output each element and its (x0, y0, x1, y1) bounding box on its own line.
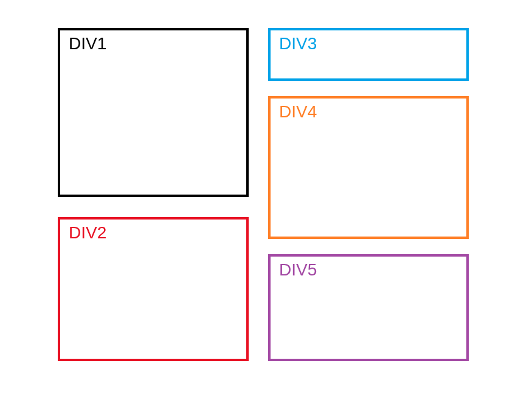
div1-box: DIV1 (58, 28, 249, 197)
div4-label: DIV4 (279, 102, 317, 121)
div3-label: DIV3 (279, 34, 317, 53)
div2-label: DIV2 (69, 223, 106, 242)
div5-box: DIV5 (268, 254, 469, 361)
div4-box: DIV4 (268, 96, 469, 239)
div5-label: DIV5 (279, 260, 317, 279)
div3-box: DIV3 (268, 28, 469, 81)
div2-box: DIV2 (58, 217, 249, 361)
div1-label: DIV1 (69, 34, 106, 53)
